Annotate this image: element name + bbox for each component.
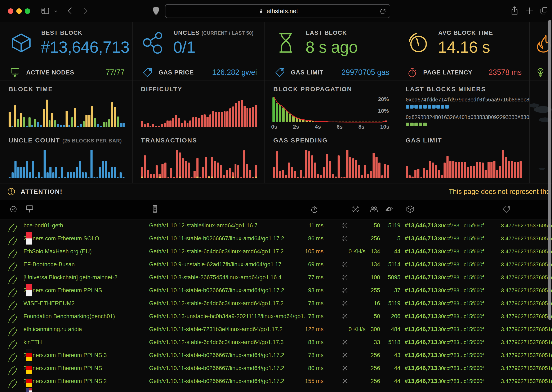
sidebar-toggle-icon[interactable] [40, 6, 50, 16]
chart-bar [387, 165, 389, 178]
chart-bar [86, 115, 87, 127]
node-latency: 105 ms [289, 245, 323, 258]
chart-bar [192, 117, 194, 127]
chart-title: UNCLE COUNT (25 BLOCKS PER BAR) [9, 137, 122, 144]
chart-bar [297, 177, 299, 178]
attention-marquee: This page does not represent the [449, 183, 550, 200]
chart-bar [106, 122, 108, 127]
chart-bar [220, 165, 222, 178]
chart-bar [279, 171, 281, 178]
node-version: Geth/v1.10.12-stable/linux-amd64/go1.16.… [149, 219, 305, 231]
chart-bar [352, 158, 354, 178]
chart-bar [103, 122, 105, 127]
chart-bar [150, 126, 152, 127]
attention-banner: ATTENTION! This page does not represent … [0, 183, 552, 200]
chart-bar [381, 175, 383, 178]
chart-bar [80, 124, 82, 127]
node-best-block: #13,646,713 [405, 258, 438, 271]
node-block-hash: 30ccf783...c15f660f [438, 362, 486, 374]
back-button[interactable] [65, 6, 76, 16]
node-monitor-icon [25, 205, 34, 214]
chart-bar [12, 172, 14, 178]
node-block-hash: 30ccf783...c15f660f [438, 323, 486, 335]
zoom-window-button[interactable] [25, 8, 30, 14]
chart-bar [409, 175, 411, 178]
chart-title: DIFFICULTY [141, 85, 182, 93]
node-total-difficulty: 3.477962715376051e+2 [501, 245, 552, 258]
chart-bar [68, 125, 71, 127]
table-row: WISE-ETHEREUM2 Geth/v1.10.12-stable-6c4d… [0, 297, 552, 310]
chart-bar [414, 170, 416, 178]
chart-bar [87, 177, 90, 178]
node-status-icon [7, 391, 19, 392]
propagation-curve [272, 95, 387, 123]
shield-icon[interactable] [151, 6, 161, 16]
chart-bar [179, 153, 181, 178]
chart-bar [508, 161, 510, 178]
panel-transactions-chart: TRANSACTIONS [132, 132, 265, 183]
chart-title: GAS LIMIT [406, 137, 442, 144]
chart-bar [58, 177, 60, 178]
table-row: kinΞTH Geth/v1.10.12-stable-6c4dc6c3/lin… [0, 336, 552, 349]
attention-label: ATTENTION! [21, 183, 62, 200]
node-best-block: #13,646,713 [405, 297, 438, 309]
block-cube-icon [406, 205, 415, 214]
chart-bar [212, 111, 214, 127]
panel-gas-spending-chart: GAS SPENDING [265, 132, 397, 183]
reload-icon[interactable] [379, 7, 387, 15]
stat-label: PAGE LATENCY [423, 64, 473, 81]
chart-bar [211, 157, 213, 178]
country-flag-icon [26, 284, 32, 296]
chart-bar [111, 102, 113, 127]
node-peers: 100 [361, 271, 380, 283]
chart-bar [426, 170, 428, 178]
minimize-window-button[interactable] [16, 8, 22, 14]
chart-bar [288, 162, 290, 178]
chart-bar [432, 162, 434, 178]
chart-bar [237, 165, 239, 178]
country-flag-icon [26, 375, 32, 387]
chart-bar [150, 174, 152, 178]
node-version: Geth/v1.10.12-stable-6c4dc6c3/linux-amd6… [149, 297, 305, 309]
tab-overview-icon[interactable] [539, 6, 549, 16]
not-mining-icon [341, 364, 348, 372]
gas-limit-chart [406, 150, 522, 178]
chart-bar [349, 157, 351, 178]
forward-button[interactable] [79, 6, 90, 16]
address-bar[interactable]: ethstats.net [165, 4, 390, 18]
chart-bar [355, 160, 357, 178]
node-name: Foundation Benchmarking(bench01) [23, 310, 115, 322]
panel-avg-block-time: AVG BLOCK TIME 14.16 s [397, 22, 529, 64]
chart-bar [88, 115, 90, 127]
chart-bar [41, 177, 43, 178]
table-row: Foundation Benchmarking(bench01) Geth/v1… [0, 310, 552, 323]
uncles-value: 0/1 [173, 36, 195, 58]
chart-bar [238, 101, 240, 127]
page-latency-value: 23578 ms [488, 64, 522, 81]
node-block-hash: 30ccf783...c15f660f [438, 271, 486, 283]
chart-bar [74, 108, 76, 127]
chart-bar [82, 172, 84, 178]
chart-bar [46, 99, 48, 127]
chart-bar [378, 162, 380, 178]
chart-bar [490, 162, 493, 178]
x-axis-tick: 6s [337, 124, 343, 130]
chart-bar [141, 121, 143, 127]
chart-bar [411, 176, 414, 178]
chart-bar [229, 168, 231, 178]
chart-bar [85, 172, 87, 178]
chart-bar [255, 105, 257, 127]
chart-bar [63, 125, 65, 127]
chart-title: BLOCK TIME [9, 85, 53, 93]
node-name: [Universa Blockchain] geth-mainnet-2 [23, 271, 117, 283]
vertical-scrollbar[interactable] [548, 20, 551, 320]
chart-title: LAST BLOCKS MINERS [406, 85, 486, 93]
table-row: bce-bnd01-geth Geth/v1.10.12-stable/linu… [0, 219, 552, 232]
chart-bar [205, 157, 207, 178]
chevron-down-icon[interactable] [52, 7, 59, 15]
close-window-button[interactable] [8, 8, 13, 14]
node-latency: 80 ms [289, 362, 323, 374]
node-name: EthSolo.MaxHash.org (EU) [23, 245, 92, 258]
new-tab-icon[interactable] [524, 6, 535, 16]
share-icon[interactable] [509, 6, 520, 16]
